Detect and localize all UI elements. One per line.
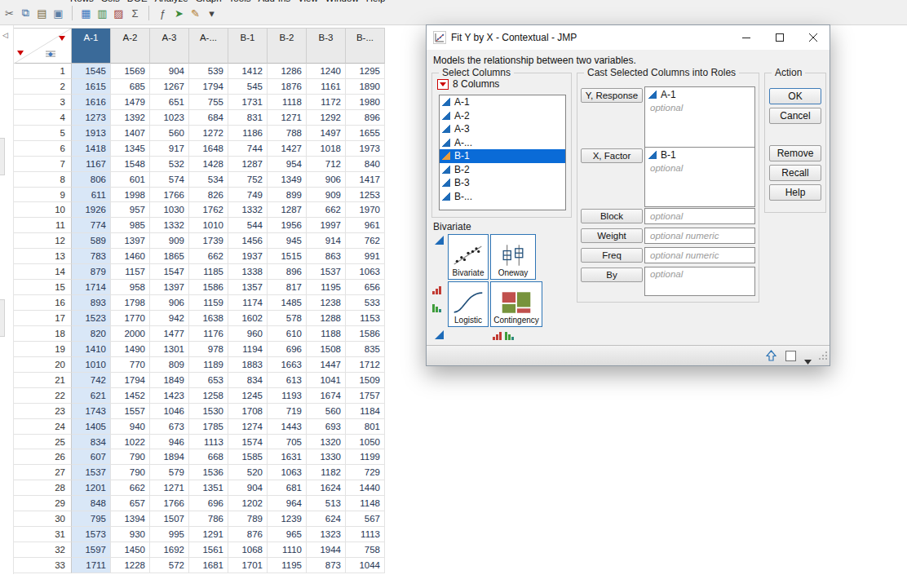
cell-B-1-row9[interactable]: 749 [228, 188, 268, 203]
cell-A-2-row16[interactable]: 1798 [111, 295, 150, 311]
freq-button[interactable]: Freq [581, 248, 643, 263]
row-number[interactable]: 2 [14, 79, 72, 95]
cell-B-...-row24[interactable]: 801 [346, 419, 385, 435]
column-header-A-3[interactable]: A-3 [150, 28, 189, 64]
cell-A-2-row23[interactable]: 1557 [111, 404, 150, 419]
cell-B-3-row3[interactable]: 1172 [307, 95, 346, 110]
cell-B-2-row21[interactable]: 613 [268, 373, 307, 388]
cell-B-...-row18[interactable]: 1586 [346, 326, 385, 342]
cell-B-...-row33[interactable]: 1044 [346, 558, 385, 573]
row-number[interactable]: 28 [14, 480, 72, 496]
summary-icon[interactable]: Σ [127, 4, 143, 22]
columns-list[interactable]: A-1A-2A-3A-...B-1B-2B-3B-... [439, 95, 566, 210]
row-number[interactable]: 6 [14, 141, 72, 157]
cell-A-2-row2[interactable]: 685 [111, 79, 150, 95]
row-number[interactable]: 8 [14, 172, 72, 188]
cell-B-3-row27[interactable]: 1182 [307, 465, 346, 480]
cell-B-1-row20[interactable]: 1883 [228, 357, 268, 373]
cell-B-1-row15[interactable]: 1357 [228, 280, 268, 295]
cell-A-1-row4[interactable]: 1273 [72, 110, 111, 126]
cell-A-2-row27[interactable]: 790 [111, 465, 150, 480]
cell-A-...-row10[interactable]: 1762 [189, 202, 228, 218]
row-number[interactable]: 1 [14, 64, 72, 79]
cell-B-1-row14[interactable]: 1338 [228, 264, 268, 280]
row-number[interactable]: 14 [14, 264, 72, 280]
row-number[interactable]: 32 [14, 542, 72, 558]
column-header-A-1[interactable]: A-1 [72, 28, 111, 64]
cell-A-2-row25[interactable]: 1022 [111, 435, 150, 450]
close-button[interactable] [796, 25, 830, 50]
cell-A-2-row1[interactable]: 1569 [111, 64, 150, 79]
cell-B-...-row20[interactable]: 1712 [346, 357, 385, 373]
cell-A-3-row18[interactable]: 1477 [150, 326, 189, 342]
cell-A-3-row9[interactable]: 1766 [150, 188, 189, 203]
cell-A-...-row32[interactable]: 1561 [189, 542, 228, 558]
cell-A-1-row2[interactable]: 1615 [72, 79, 111, 95]
row-number[interactable]: 10 [14, 202, 72, 218]
cell-B-3-row15[interactable]: 1195 [307, 280, 346, 295]
cell-B-1-row3[interactable]: 1731 [228, 95, 268, 110]
cell-A-2-row17[interactable]: 1770 [111, 311, 150, 326]
panel-collapse-icon[interactable]: ◁ [2, 31, 8, 39]
cell-A-1-row23[interactable]: 1743 [72, 404, 111, 419]
cell-A-...-row24[interactable]: 1785 [189, 419, 228, 435]
cell-A-...-row23[interactable]: 1530 [189, 404, 228, 419]
up-arrow-icon[interactable] [766, 350, 776, 365]
column-header-B-2[interactable]: B-2 [268, 28, 307, 64]
cell-A-...-row29[interactable]: 696 [189, 496, 228, 511]
columns-count-menu[interactable]: 8 Columns [437, 78, 499, 90]
cell-A-3-row25[interactable]: 946 [150, 435, 189, 450]
column-list-item-A-1[interactable]: A-1 [440, 95, 565, 109]
cell-A-3-row13[interactable]: 1865 [150, 249, 189, 264]
cell-A-...-row18[interactable]: 1176 [189, 326, 228, 342]
column-header-B-3[interactable]: B-3 [307, 28, 346, 64]
cell-A-3-row21[interactable]: 1849 [150, 373, 189, 388]
cell-A-2-row33[interactable]: 1228 [111, 558, 150, 573]
edit-script-icon[interactable]: ✎ [188, 4, 203, 22]
cell-B-1-row22[interactable]: 1245 [228, 388, 268, 404]
cell-A-1-row5[interactable]: 1913 [72, 126, 111, 141]
row-number[interactable]: 26 [14, 449, 72, 465]
cell-A-1-row33[interactable]: 1711 [72, 558, 111, 573]
cell-B-2-row2[interactable]: 1876 [268, 79, 307, 95]
run-script-icon[interactable]: ➤ [171, 4, 187, 22]
menu-help[interactable]: Help [366, 0, 386, 3]
column-header-B-1[interactable]: B-1 [228, 28, 268, 64]
cell-A-3-row2[interactable]: 1267 [150, 79, 189, 95]
cell-B-2-row31[interactable]: 965 [268, 527, 307, 542]
cell-B-...-row5[interactable]: 1655 [346, 126, 385, 141]
cell-B-3-row9[interactable]: 909 [307, 188, 346, 203]
cell-B-3-row30[interactable]: 624 [307, 511, 346, 527]
dropdown-caret-icon[interactable] [804, 353, 812, 368]
resize-grip[interactable] [818, 349, 828, 364]
cell-B-...-row6[interactable]: 1973 [346, 141, 385, 157]
cell-B-2-row15[interactable]: 817 [268, 280, 307, 295]
cell-B-...-row31[interactable]: 1113 [346, 527, 385, 542]
column-header-A-2[interactable]: A-2 [111, 28, 150, 64]
cell-B-3-row8[interactable]: 906 [307, 172, 346, 188]
cell-A-2-row30[interactable]: 1394 [111, 511, 150, 527]
cell-B-1-row24[interactable]: 1274 [228, 419, 268, 435]
cell-A-3-row28[interactable]: 1271 [150, 480, 189, 496]
y-response-box[interactable]: A-1 optional [644, 86, 755, 150]
cell-B-3-row11[interactable]: 1997 [307, 218, 346, 233]
rows-red-triangle-menu-icon[interactable] [17, 51, 24, 55]
cell-B-2-row18[interactable]: 610 [268, 326, 307, 342]
cell-B-3-row31[interactable]: 1323 [307, 527, 346, 542]
minimize-button[interactable] [729, 25, 763, 50]
cell-A-3-row19[interactable]: 1301 [150, 342, 189, 357]
cell-A-3-row24[interactable]: 673 [150, 419, 189, 435]
cell-B-3-row13[interactable]: 863 [307, 249, 346, 264]
cell-B-3-row1[interactable]: 1240 [307, 64, 346, 79]
cell-A-1-row10[interactable]: 1926 [72, 202, 111, 218]
cell-A-2-row8[interactable]: 601 [111, 172, 150, 188]
cell-B-2-row29[interactable]: 964 [268, 496, 307, 511]
cell-A-2-row31[interactable]: 930 [111, 527, 150, 542]
cell-A-3-row4[interactable]: 1023 [150, 110, 189, 126]
journal-icon[interactable]: ▣ [51, 4, 66, 22]
cell-A-1-row20[interactable]: 1010 [72, 357, 111, 373]
cell-A-3-row14[interactable]: 1547 [150, 264, 189, 280]
cell-B-1-row11[interactable]: 544 [228, 218, 268, 233]
cell-A-...-row11[interactable]: 1010 [189, 218, 228, 233]
cell-A-2-row4[interactable]: 1392 [111, 110, 150, 126]
